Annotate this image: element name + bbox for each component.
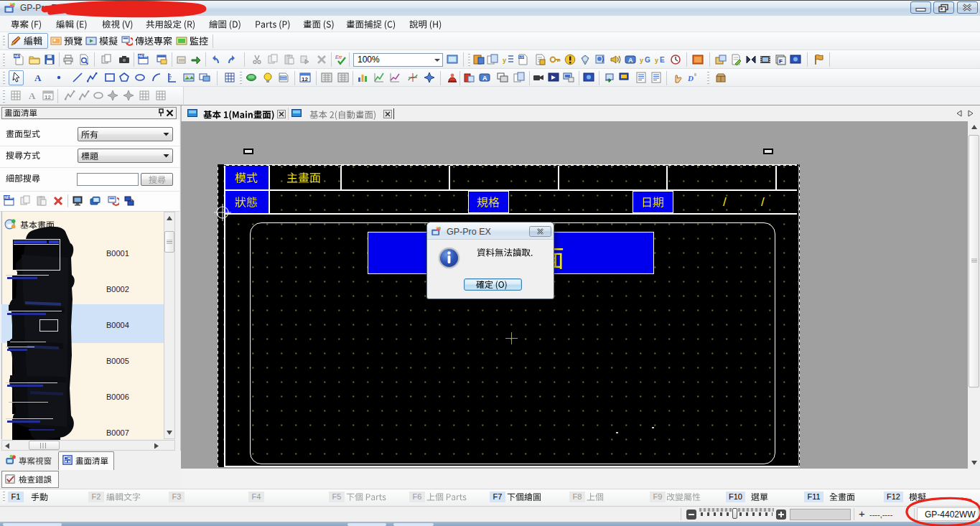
svg-text:NEW: NEW bbox=[14, 54, 23, 58]
svg-text:A: A bbox=[29, 90, 36, 101]
svg-text:A: A bbox=[34, 72, 42, 83]
svg-text:Err: Err bbox=[335, 55, 342, 60]
svg-text:E: E bbox=[660, 56, 665, 64]
svg-text:A: A bbox=[628, 57, 633, 64]
svg-text:D: D bbox=[687, 74, 694, 83]
svg-text:y: y bbox=[503, 57, 506, 64]
svg-text:A: A bbox=[482, 75, 487, 82]
svg-text:y: y bbox=[655, 57, 658, 64]
svg-text:12: 12 bbox=[302, 76, 308, 83]
svg-text:NEW: NEW bbox=[4, 195, 13, 199]
svg-text:CSV: CSV bbox=[519, 55, 526, 59]
svg-text:NEW: NEW bbox=[138, 54, 147, 58]
svg-text:G: G bbox=[645, 56, 650, 64]
svg-text:12: 12 bbox=[45, 94, 51, 100]
svg-text:F: F bbox=[779, 58, 783, 65]
svg-text:y: y bbox=[640, 57, 643, 64]
